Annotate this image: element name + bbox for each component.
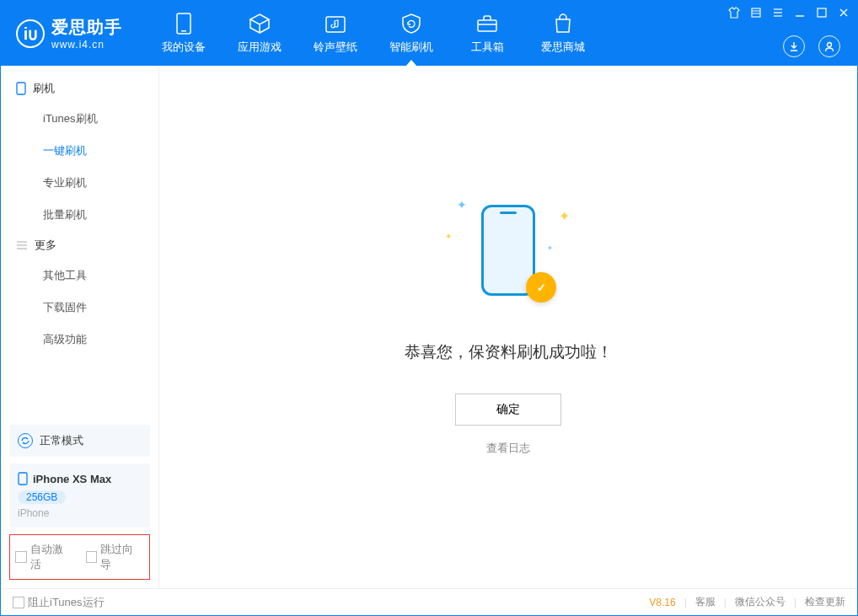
checkbox-label: 跳过向导	[100, 542, 144, 572]
device-type: iPhone	[18, 507, 142, 519]
check-badge-icon: ✓	[526, 272, 556, 303]
footer-link-support[interactable]: 客服	[695, 595, 716, 609]
nav-label: 智能刷机	[389, 40, 433, 55]
checkbox-auto-activate[interactable]: 自动激活	[15, 542, 74, 572]
app-title: 爱思助手	[51, 16, 122, 39]
mode-label: 正常模式	[40, 433, 83, 448]
sidebar-item-advanced[interactable]: 高级功能	[1, 324, 158, 356]
music-folder-icon	[324, 13, 346, 35]
window-controls	[727, 6, 850, 19]
result-title: 恭喜您，保资料刷机成功啦！	[405, 341, 613, 363]
svg-rect-2	[326, 17, 345, 32]
nav-apps-games[interactable]: 应用游戏	[222, 1, 298, 66]
maximize-button[interactable]	[815, 6, 829, 19]
main-content: ✦ ✦ ✦ ✦ ✓ 恭喜您，保资料刷机成功啦！ 确定 查看日志	[159, 66, 857, 588]
sparkle-icon: ✦	[559, 208, 570, 224]
separator: |	[684, 597, 687, 608]
nav-label: 我的设备	[162, 40, 206, 55]
device-name: iPhone XS Max	[33, 473, 111, 485]
svg-rect-3	[478, 20, 496, 31]
nav-label: 应用游戏	[238, 40, 282, 55]
mode-box[interactable]: 正常模式	[9, 425, 150, 457]
shopping-bag-icon	[552, 13, 574, 35]
device-box[interactable]: iPhone XS Max 256GB iPhone	[9, 463, 150, 528]
header-right-icons	[783, 35, 840, 57]
footer: 阻止iTunes运行 V8.16 | 客服 | 微信公众号 | 检查更新	[1, 588, 857, 615]
app-subtitle: www.i4.cn	[51, 39, 122, 51]
sparkle-icon: ✦	[547, 244, 553, 252]
svg-rect-19	[19, 473, 27, 485]
list-icon[interactable]	[771, 6, 785, 19]
shield-refresh-icon	[400, 13, 422, 35]
menu-icon[interactable]	[749, 6, 763, 19]
user-icon[interactable]	[818, 35, 840, 57]
success-illustration: ✦ ✦ ✦ ✦ ✓	[445, 198, 571, 308]
minimize-button[interactable]	[793, 6, 807, 19]
sidebar-section-label: 刷机	[33, 81, 55, 96]
logo-area: iᴜ 爱思助手 www.i4.cn	[1, 1, 137, 66]
nav-store[interactable]: 爱思商城	[525, 1, 601, 66]
nav-ringtone-wallpaper[interactable]: 铃声壁纸	[298, 1, 373, 66]
nav-my-device[interactable]: 我的设备	[146, 1, 222, 66]
footer-link-check-update[interactable]: 检查更新	[805, 595, 845, 609]
sidebar-section-flash: 刷机	[1, 74, 158, 103]
separator: |	[794, 597, 796, 608]
footer-link-wechat[interactable]: 微信公众号	[735, 595, 786, 609]
tshirt-icon[interactable]	[727, 6, 741, 19]
checkbox-icon	[15, 551, 27, 563]
sparkle-icon: ✦	[457, 198, 467, 212]
device-icon	[173, 13, 195, 35]
version-label: V8.16	[649, 597, 675, 608]
logo-icon: iᴜ	[16, 19, 45, 48]
ok-button[interactable]: 确定	[455, 394, 561, 426]
svg-point-14	[828, 43, 832, 47]
app-window: iᴜ 爱思助手 www.i4.cn 我的设备 应用游戏 铃声壁纸 智能刷机	[0, 0, 858, 616]
nav-toolbox[interactable]: 工具箱	[449, 1, 525, 66]
sidebar-section-label: 更多	[35, 238, 56, 253]
list-icon	[16, 240, 28, 250]
phone-icon	[16, 82, 26, 95]
sidebar: 刷机 iTunes刷机 一键刷机 专业刷机 批量刷机 更多 其他工具 下载固件 …	[1, 66, 159, 588]
svg-rect-15	[17, 83, 25, 94]
device-icon	[18, 472, 28, 485]
view-log-link[interactable]: 查看日志	[486, 441, 530, 456]
toolbox-icon	[476, 13, 498, 35]
checkbox-label: 阻止iTunes运行	[28, 595, 105, 610]
device-storage-pill: 256GB	[18, 490, 66, 504]
download-icon[interactable]	[783, 35, 805, 57]
nav-smart-flash[interactable]: 智能刷机	[373, 1, 449, 66]
nav-label: 工具箱	[471, 40, 504, 55]
cube-icon	[249, 13, 271, 35]
sidebar-section-more: 更多	[1, 231, 158, 260]
svg-rect-4	[752, 8, 760, 17]
sidebar-item-oneclick-flash[interactable]: 一键刷机	[1, 135, 158, 167]
checkbox-skip-guide[interactable]: 跳过向导	[86, 542, 145, 572]
separator: |	[724, 597, 727, 608]
sync-icon	[18, 433, 33, 448]
checkbox-icon	[86, 551, 98, 563]
sidebar-item-pro-flash[interactable]: 专业刷机	[1, 167, 158, 199]
sidebar-item-batch-flash[interactable]: 批量刷机	[1, 199, 158, 231]
header: iᴜ 爱思助手 www.i4.cn 我的设备 应用游戏 铃声壁纸 智能刷机	[1, 1, 857, 66]
close-button[interactable]	[837, 6, 850, 19]
svg-rect-1	[181, 30, 186, 32]
sparkle-icon: ✦	[445, 232, 452, 241]
flash-options-box: 自动激活 跳过向导	[9, 534, 150, 580]
nav-label: 爱思商城	[541, 40, 585, 55]
sidebar-item-download-firmware[interactable]: 下载固件	[1, 292, 158, 324]
svg-rect-11	[818, 8, 826, 17]
sidebar-item-other-tools[interactable]: 其他工具	[1, 260, 158, 292]
top-nav: 我的设备 应用游戏 铃声壁纸 智能刷机 工具箱 爱思商城	[146, 1, 601, 66]
sidebar-item-itunes-flash[interactable]: iTunes刷机	[1, 103, 158, 135]
checkbox-label: 自动激活	[30, 542, 74, 572]
body: 刷机 iTunes刷机 一键刷机 专业刷机 批量刷机 更多 其他工具 下载固件 …	[1, 66, 857, 588]
nav-label: 铃声壁纸	[314, 40, 357, 55]
checkbox-block-itunes[interactable]: 阻止iTunes运行	[13, 595, 105, 610]
checkbox-icon	[13, 597, 24, 608]
